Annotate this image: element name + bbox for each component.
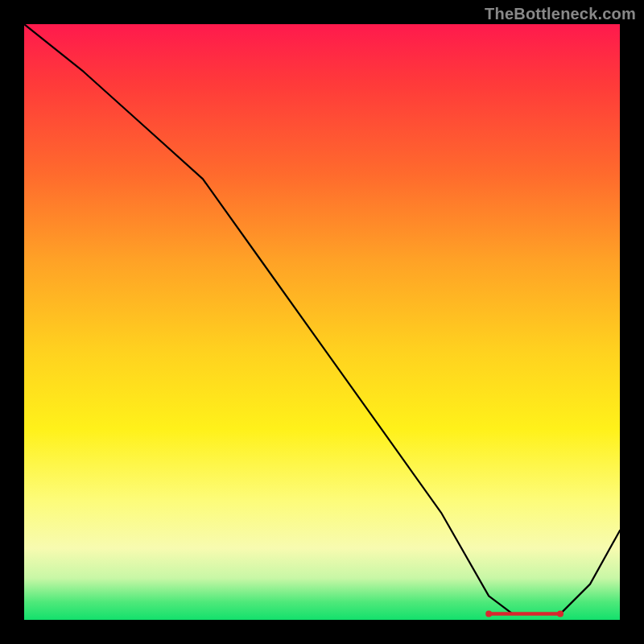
chart-frame: TheBottleneck.com bbox=[0, 0, 644, 644]
plot-area bbox=[24, 24, 620, 620]
highlight-dot-end bbox=[557, 611, 564, 617]
watermark-text: TheBottleneck.com bbox=[485, 5, 636, 23]
chart-svg bbox=[24, 24, 620, 620]
chart-line bbox=[24, 24, 620, 614]
highlight-dot-start bbox=[485, 611, 492, 617]
